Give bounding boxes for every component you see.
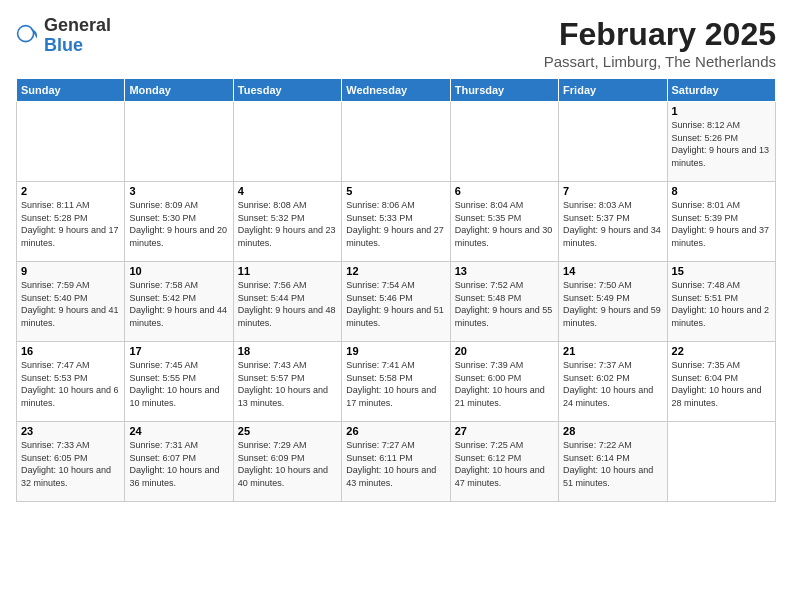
calendar-cell: 28Sunrise: 7:22 AM Sunset: 6:14 PM Dayli…: [559, 422, 667, 502]
calendar-cell: [125, 102, 233, 182]
day-number: 6: [455, 185, 554, 197]
day-number: 5: [346, 185, 445, 197]
day-detail: Sunrise: 7:48 AM Sunset: 5:51 PM Dayligh…: [672, 279, 771, 329]
calendar-cell: 22Sunrise: 7:35 AM Sunset: 6:04 PM Dayli…: [667, 342, 775, 422]
logo-icon: [16, 24, 40, 48]
day-detail: Sunrise: 7:27 AM Sunset: 6:11 PM Dayligh…: [346, 439, 445, 489]
day-number: 19: [346, 345, 445, 357]
col-monday: Monday: [125, 79, 233, 102]
day-number: 15: [672, 265, 771, 277]
calendar-cell: 19Sunrise: 7:41 AM Sunset: 5:58 PM Dayli…: [342, 342, 450, 422]
col-sunday: Sunday: [17, 79, 125, 102]
day-number: 20: [455, 345, 554, 357]
calendar-table: Sunday Monday Tuesday Wednesday Thursday…: [16, 78, 776, 502]
day-number: 10: [129, 265, 228, 277]
calendar-cell: 9Sunrise: 7:59 AM Sunset: 5:40 PM Daylig…: [17, 262, 125, 342]
calendar-cell: 15Sunrise: 7:48 AM Sunset: 5:51 PM Dayli…: [667, 262, 775, 342]
day-number: 13: [455, 265, 554, 277]
calendar-cell: [342, 102, 450, 182]
logo: General Blue: [16, 16, 111, 56]
col-friday: Friday: [559, 79, 667, 102]
day-detail: Sunrise: 7:41 AM Sunset: 5:58 PM Dayligh…: [346, 359, 445, 409]
logo-text: General Blue: [44, 16, 111, 56]
day-number: 9: [21, 265, 120, 277]
day-detail: Sunrise: 7:56 AM Sunset: 5:44 PM Dayligh…: [238, 279, 337, 329]
header-row: Sunday Monday Tuesday Wednesday Thursday…: [17, 79, 776, 102]
calendar-cell: 13Sunrise: 7:52 AM Sunset: 5:48 PM Dayli…: [450, 262, 558, 342]
day-detail: Sunrise: 7:31 AM Sunset: 6:07 PM Dayligh…: [129, 439, 228, 489]
calendar-cell: 25Sunrise: 7:29 AM Sunset: 6:09 PM Dayli…: [233, 422, 341, 502]
calendar-cell: 26Sunrise: 7:27 AM Sunset: 6:11 PM Dayli…: [342, 422, 450, 502]
calendar-cell: 27Sunrise: 7:25 AM Sunset: 6:12 PM Dayli…: [450, 422, 558, 502]
day-detail: Sunrise: 7:25 AM Sunset: 6:12 PM Dayligh…: [455, 439, 554, 489]
col-saturday: Saturday: [667, 79, 775, 102]
calendar-title: February 2025: [544, 16, 776, 53]
calendar-cell: 4Sunrise: 8:08 AM Sunset: 5:32 PM Daylig…: [233, 182, 341, 262]
day-detail: Sunrise: 8:03 AM Sunset: 5:37 PM Dayligh…: [563, 199, 662, 249]
day-detail: Sunrise: 7:29 AM Sunset: 6:09 PM Dayligh…: [238, 439, 337, 489]
day-detail: Sunrise: 8:06 AM Sunset: 5:33 PM Dayligh…: [346, 199, 445, 249]
day-detail: Sunrise: 8:11 AM Sunset: 5:28 PM Dayligh…: [21, 199, 120, 249]
col-tuesday: Tuesday: [233, 79, 341, 102]
logo-general: General: [44, 15, 111, 35]
day-detail: Sunrise: 7:50 AM Sunset: 5:49 PM Dayligh…: [563, 279, 662, 329]
calendar-week-3: 9Sunrise: 7:59 AM Sunset: 5:40 PM Daylig…: [17, 262, 776, 342]
day-number: 24: [129, 425, 228, 437]
calendar-cell: 11Sunrise: 7:56 AM Sunset: 5:44 PM Dayli…: [233, 262, 341, 342]
day-detail: Sunrise: 8:01 AM Sunset: 5:39 PM Dayligh…: [672, 199, 771, 249]
calendar-cell: 17Sunrise: 7:45 AM Sunset: 5:55 PM Dayli…: [125, 342, 233, 422]
day-detail: Sunrise: 7:45 AM Sunset: 5:55 PM Dayligh…: [129, 359, 228, 409]
calendar-week-5: 23Sunrise: 7:33 AM Sunset: 6:05 PM Dayli…: [17, 422, 776, 502]
day-detail: Sunrise: 7:22 AM Sunset: 6:14 PM Dayligh…: [563, 439, 662, 489]
day-detail: Sunrise: 7:39 AM Sunset: 6:00 PM Dayligh…: [455, 359, 554, 409]
day-number: 18: [238, 345, 337, 357]
calendar-cell: 12Sunrise: 7:54 AM Sunset: 5:46 PM Dayli…: [342, 262, 450, 342]
calendar-week-1: 1Sunrise: 8:12 AM Sunset: 5:26 PM Daylig…: [17, 102, 776, 182]
day-detail: Sunrise: 7:59 AM Sunset: 5:40 PM Dayligh…: [21, 279, 120, 329]
calendar-cell: 8Sunrise: 8:01 AM Sunset: 5:39 PM Daylig…: [667, 182, 775, 262]
day-detail: Sunrise: 7:52 AM Sunset: 5:48 PM Dayligh…: [455, 279, 554, 329]
calendar-cell: 14Sunrise: 7:50 AM Sunset: 5:49 PM Dayli…: [559, 262, 667, 342]
calendar-cell: 21Sunrise: 7:37 AM Sunset: 6:02 PM Dayli…: [559, 342, 667, 422]
day-number: 26: [346, 425, 445, 437]
calendar-week-4: 16Sunrise: 7:47 AM Sunset: 5:53 PM Dayli…: [17, 342, 776, 422]
calendar-cell: [17, 102, 125, 182]
calendar-cell: 24Sunrise: 7:31 AM Sunset: 6:07 PM Dayli…: [125, 422, 233, 502]
calendar-cell: 18Sunrise: 7:43 AM Sunset: 5:57 PM Dayli…: [233, 342, 341, 422]
calendar-cell: 5Sunrise: 8:06 AM Sunset: 5:33 PM Daylig…: [342, 182, 450, 262]
calendar-cell: [559, 102, 667, 182]
calendar-cell: 20Sunrise: 7:39 AM Sunset: 6:00 PM Dayli…: [450, 342, 558, 422]
title-block: February 2025 Passart, Limburg, The Neth…: [544, 16, 776, 70]
day-detail: Sunrise: 7:37 AM Sunset: 6:02 PM Dayligh…: [563, 359, 662, 409]
day-detail: Sunrise: 7:54 AM Sunset: 5:46 PM Dayligh…: [346, 279, 445, 329]
day-number: 22: [672, 345, 771, 357]
day-number: 14: [563, 265, 662, 277]
calendar-cell: 10Sunrise: 7:58 AM Sunset: 5:42 PM Dayli…: [125, 262, 233, 342]
day-detail: Sunrise: 8:12 AM Sunset: 5:26 PM Dayligh…: [672, 119, 771, 169]
day-number: 1: [672, 105, 771, 117]
day-number: 28: [563, 425, 662, 437]
day-number: 4: [238, 185, 337, 197]
col-wednesday: Wednesday: [342, 79, 450, 102]
day-number: 3: [129, 185, 228, 197]
day-number: 2: [21, 185, 120, 197]
calendar-cell: [233, 102, 341, 182]
calendar-cell: [667, 422, 775, 502]
day-number: 27: [455, 425, 554, 437]
logo-blue: Blue: [44, 35, 83, 55]
page-header: General Blue February 2025 Passart, Limb…: [16, 16, 776, 70]
day-number: 16: [21, 345, 120, 357]
day-number: 8: [672, 185, 771, 197]
calendar-week-2: 2Sunrise: 8:11 AM Sunset: 5:28 PM Daylig…: [17, 182, 776, 262]
calendar-cell: 23Sunrise: 7:33 AM Sunset: 6:05 PM Dayli…: [17, 422, 125, 502]
day-number: 17: [129, 345, 228, 357]
col-thursday: Thursday: [450, 79, 558, 102]
calendar-cell: 7Sunrise: 8:03 AM Sunset: 5:37 PM Daylig…: [559, 182, 667, 262]
day-detail: Sunrise: 8:08 AM Sunset: 5:32 PM Dayligh…: [238, 199, 337, 249]
svg-point-0: [18, 25, 34, 41]
calendar-cell: 1Sunrise: 8:12 AM Sunset: 5:26 PM Daylig…: [667, 102, 775, 182]
day-number: 23: [21, 425, 120, 437]
day-detail: Sunrise: 7:35 AM Sunset: 6:04 PM Dayligh…: [672, 359, 771, 409]
day-number: 21: [563, 345, 662, 357]
calendar-cell: 6Sunrise: 8:04 AM Sunset: 5:35 PM Daylig…: [450, 182, 558, 262]
